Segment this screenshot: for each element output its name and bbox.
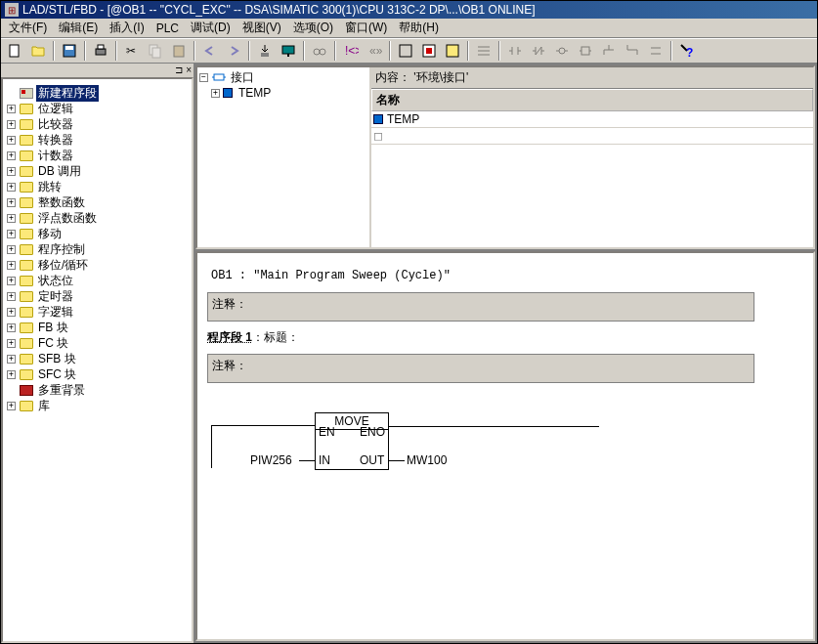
expand-icon[interactable]: + xyxy=(7,183,16,192)
redo-button[interactable] xyxy=(223,40,244,62)
copy-button[interactable] xyxy=(145,40,166,62)
expand-icon[interactable]: + xyxy=(7,151,16,160)
download-button[interactable] xyxy=(254,40,276,62)
menu-view[interactable]: 视图(V) xyxy=(237,18,287,38)
expand-icon[interactable]: + xyxy=(7,339,16,348)
network-title-row[interactable]: 程序段 1：标题： xyxy=(207,325,803,350)
tree-node[interactable]: +FC 块 xyxy=(7,335,188,351)
new-button[interactable] xyxy=(4,40,25,62)
tree-node[interactable]: +浮点数函数 xyxy=(7,210,188,226)
menu-help[interactable]: 帮助(H) xyxy=(393,18,445,38)
menu-options[interactable]: 选项(O) xyxy=(287,18,339,38)
tree-node[interactable]: +位逻辑 xyxy=(7,101,188,116)
menu-plc[interactable]: PLC xyxy=(151,20,185,37)
box-ins-button[interactable] xyxy=(575,40,596,62)
box1-button[interactable] xyxy=(395,40,416,62)
tree-node[interactable]: +跳转 xyxy=(7,179,188,194)
expand-icon[interactable]: + xyxy=(7,214,16,223)
tree-node[interactable]: +状态位 xyxy=(7,273,188,288)
print-button[interactable] xyxy=(90,40,111,62)
tree-node[interactable]: +计数器 xyxy=(7,148,188,163)
pin-en: EN xyxy=(319,425,335,439)
tree-node[interactable]: +整数函数 xyxy=(7,194,188,210)
tree-node[interactable]: 多重背景 xyxy=(7,382,188,398)
monitor-button[interactable] xyxy=(278,40,299,62)
instruction-tree[interactable]: 新建程序段+位逻辑+比较器+转换器+计数器+DB 调用+跳转+整数函数+浮点数函… xyxy=(5,81,190,417)
svg-text:?: ? xyxy=(686,46,693,59)
left-sidebar: ⊐ × 新建程序段+位逻辑+比较器+转换器+计数器+DB 调用+跳转+整数函数+… xyxy=(1,64,194,643)
expand-icon[interactable]: + xyxy=(7,277,16,285)
ladder-diagram[interactable]: MOVE EN ENO IN OUT PIW256 MW100 xyxy=(211,412,799,530)
tree-node[interactable]: +移位/循环 xyxy=(7,257,188,273)
tree-node[interactable]: +DB 调用 xyxy=(7,163,188,179)
coil-button[interactable] xyxy=(551,40,573,62)
expand-icon[interactable]: + xyxy=(7,136,16,145)
menu-edit[interactable]: 编辑(E) xyxy=(53,18,104,38)
param-icon xyxy=(373,114,383,124)
save-button[interactable] xyxy=(59,40,80,62)
box3-button[interactable] xyxy=(442,40,463,62)
tree-node[interactable]: 新建程序段 xyxy=(7,85,188,101)
tree-node-interface[interactable]: − 接口 xyxy=(199,69,367,85)
expand-icon[interactable]: + xyxy=(7,105,16,113)
tree-node[interactable]: +转换器 xyxy=(7,132,188,148)
glasses-button[interactable] xyxy=(309,40,330,62)
tree-node[interactable]: +比较器 xyxy=(7,116,188,132)
help-button[interactable]: ? xyxy=(676,40,698,62)
expand-icon[interactable]: + xyxy=(7,198,16,207)
menu-insert[interactable]: 插入(I) xyxy=(104,18,150,38)
tree-node[interactable]: +移动 xyxy=(7,226,188,241)
expand-icon[interactable]: + xyxy=(7,245,16,254)
goto-button[interactable]: «» xyxy=(364,40,385,62)
expand-icon[interactable]: + xyxy=(211,89,220,98)
instruction-tree-panel[interactable]: 新建程序段+位逻辑+比较器+转换器+计数器+DB 调用+跳转+整数函数+浮点数函… xyxy=(1,77,194,643)
contact-no-button[interactable] xyxy=(504,40,526,62)
tree-node[interactable]: +字逻辑 xyxy=(7,304,188,320)
output-operand[interactable]: MW100 xyxy=(407,453,447,467)
grid-row[interactable]: TEMP xyxy=(371,111,813,128)
menu-window[interactable]: 窗口(W) xyxy=(339,18,393,38)
expand-icon[interactable]: + xyxy=(7,120,16,129)
expand-icon[interactable]: + xyxy=(7,355,16,364)
box2-button[interactable] xyxy=(418,40,440,62)
menu-file[interactable]: 文件(F) xyxy=(3,18,53,38)
tree-node-temp[interactable]: + TEMP xyxy=(199,85,367,101)
cut-button[interactable]: ✂ xyxy=(121,40,143,62)
svg-point-12 xyxy=(314,49,320,55)
network-comment-box[interactable]: 注释： xyxy=(207,354,754,383)
collapse-icon[interactable]: − xyxy=(199,73,208,82)
param-icon xyxy=(223,88,233,98)
open-button[interactable] xyxy=(27,40,49,62)
ob-comment-box[interactable]: 注释： xyxy=(207,292,754,322)
interface-tree[interactable]: − 接口 + TEMP xyxy=(197,67,371,247)
tree-node[interactable]: +库 xyxy=(7,398,188,413)
menu-debug[interactable]: 调试(D) xyxy=(185,18,237,38)
expand-icon[interactable]: + xyxy=(7,230,16,238)
symbol-button[interactable]: !<>! xyxy=(340,40,362,62)
network-button[interactable] xyxy=(473,40,495,62)
expand-icon[interactable]: + xyxy=(7,308,16,317)
input-operand[interactable]: PIW256 xyxy=(250,453,292,467)
expand-icon[interactable]: + xyxy=(7,370,16,379)
expand-icon[interactable]: + xyxy=(7,402,16,410)
tree-node[interactable]: +SFB 块 xyxy=(7,351,188,366)
grid-row-empty[interactable]: ◻ xyxy=(371,128,813,145)
branch-close-button[interactable] xyxy=(622,40,643,62)
tree-node[interactable]: +程序控制 xyxy=(7,241,188,257)
expand-icon[interactable]: + xyxy=(7,167,16,176)
tree-node[interactable]: +SFC 块 xyxy=(7,366,188,382)
contact-nc-button[interactable] xyxy=(528,40,549,62)
undo-button[interactable] xyxy=(199,40,221,62)
column-header-name[interactable]: 名称 xyxy=(371,89,813,111)
network-label[interactable]: 程序段 1 xyxy=(207,330,252,344)
paste-button[interactable] xyxy=(168,40,190,62)
connect-button[interactable] xyxy=(645,40,667,62)
tree-node[interactable]: +FB 块 xyxy=(7,320,188,335)
expand-icon[interactable]: + xyxy=(7,323,16,332)
expand-icon[interactable]: + xyxy=(7,261,16,270)
branch-open-button[interactable] xyxy=(598,40,620,62)
expand-icon[interactable]: + xyxy=(7,292,16,301)
tree-node[interactable]: +定时器 xyxy=(7,288,188,304)
ladder-editor[interactable]: OB1 : "Main Program Sweep (Cycle)" 注释： 程… xyxy=(195,251,815,641)
folder-icon xyxy=(19,117,34,131)
